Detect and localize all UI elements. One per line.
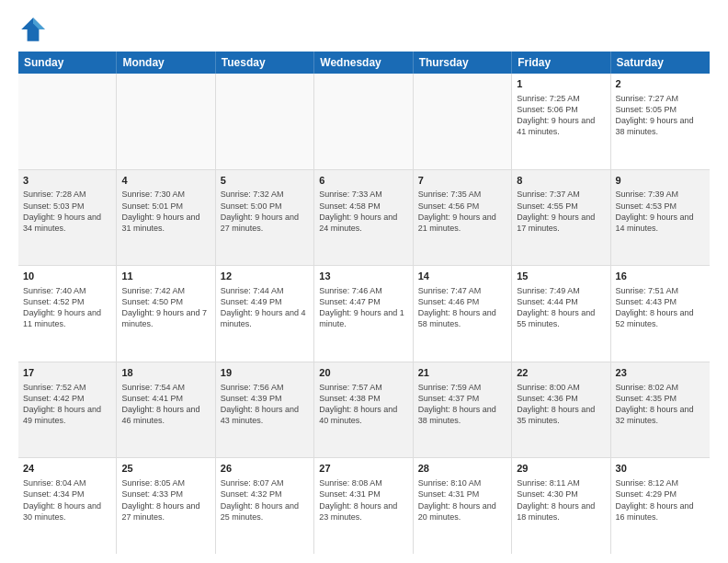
calendar-cell: 21Sunrise: 7:59 AM Sunset: 4:37 PM Dayli… (414, 362, 512, 458)
calendar-cell: 25Sunrise: 8:05 AM Sunset: 4:33 PM Dayli… (117, 458, 215, 554)
day-info: Sunrise: 7:35 AM Sunset: 4:56 PM Dayligh… (418, 190, 496, 232)
day-number: 20 (319, 366, 407, 380)
day-number: 12 (221, 270, 309, 283)
day-number: 10 (23, 270, 111, 283)
calendar-cell: 26Sunrise: 8:07 AM Sunset: 4:32 PM Dayli… (216, 458, 314, 554)
calendar-cell: 17Sunrise: 7:52 AM Sunset: 4:42 PM Dayli… (18, 362, 117, 458)
calendar-cell (216, 74, 314, 169)
calendar-cell: 7Sunrise: 7:35 AM Sunset: 4:56 PM Daylig… (414, 170, 512, 266)
day-info: Sunrise: 7:27 AM Sunset: 5:05 PM Dayligh… (616, 94, 694, 136)
calendar-cell: 16Sunrise: 7:51 AM Sunset: 4:43 PM Dayli… (611, 266, 710, 362)
calendar-cell: 18Sunrise: 7:54 AM Sunset: 4:41 PM Dayli… (117, 362, 215, 458)
day-number: 6 (319, 174, 407, 188)
day-number: 21 (418, 366, 506, 380)
day-info: Sunrise: 8:10 AM Sunset: 4:31 PM Dayligh… (418, 478, 496, 521)
day-number: 28 (418, 462, 506, 476)
day-number: 8 (517, 174, 605, 188)
calendar-row: 1Sunrise: 7:25 AM Sunset: 5:06 PM Daylig… (18, 74, 710, 170)
calendar-cell: 24Sunrise: 8:04 AM Sunset: 4:34 PM Dayli… (18, 458, 117, 554)
weekday-header: Thursday (414, 52, 512, 74)
calendar-cell: 8Sunrise: 7:37 AM Sunset: 4:55 PM Daylig… (512, 170, 610, 266)
calendar-cell: 30Sunrise: 8:12 AM Sunset: 4:29 PM Dayli… (611, 458, 710, 554)
day-info: Sunrise: 8:04 AM Sunset: 4:34 PM Dayligh… (23, 478, 101, 521)
weekday-header: Tuesday (216, 52, 314, 74)
day-number: 18 (121, 366, 210, 380)
calendar-cell: 22Sunrise: 8:00 AM Sunset: 4:36 PM Dayli… (512, 362, 610, 458)
day-info: Sunrise: 7:59 AM Sunset: 4:37 PM Dayligh… (418, 383, 496, 425)
weekday-header: Monday (117, 52, 215, 74)
weekday-header: Saturday (611, 52, 710, 74)
day-info: Sunrise: 7:57 AM Sunset: 4:38 PM Dayligh… (319, 383, 397, 425)
day-info: Sunrise: 7:39 AM Sunset: 4:53 PM Dayligh… (616, 190, 694, 232)
weekday-header: Wednesday (314, 52, 413, 74)
page: SundayMondayTuesdayWednesdayThursdayFrid… (0, 0, 728, 563)
day-info: Sunrise: 7:51 AM Sunset: 4:43 PM Dayligh… (616, 286, 694, 328)
calendar-cell: 29Sunrise: 8:11 AM Sunset: 4:30 PM Dayli… (512, 458, 610, 554)
calendar-cell: 14Sunrise: 7:47 AM Sunset: 4:46 PM Dayli… (414, 266, 512, 362)
day-number: 7 (418, 174, 506, 188)
calendar: SundayMondayTuesdayWednesdayThursdayFrid… (18, 52, 710, 554)
calendar-cell: 10Sunrise: 7:40 AM Sunset: 4:52 PM Dayli… (18, 266, 117, 362)
day-number: 16 (616, 270, 705, 283)
day-info: Sunrise: 8:07 AM Sunset: 4:32 PM Dayligh… (221, 478, 299, 521)
day-info: Sunrise: 7:54 AM Sunset: 4:41 PM Dayligh… (121, 383, 199, 425)
logo (18, 15, 51, 44)
calendar-cell: 19Sunrise: 7:56 AM Sunset: 4:39 PM Dayli… (216, 362, 314, 458)
day-info: Sunrise: 7:25 AM Sunset: 5:06 PM Dayligh… (517, 94, 595, 136)
day-number: 11 (121, 270, 210, 283)
day-number: 25 (121, 462, 210, 476)
day-info: Sunrise: 7:32 AM Sunset: 5:00 PM Dayligh… (221, 190, 299, 232)
day-number: 5 (221, 174, 309, 188)
day-number: 13 (319, 270, 407, 283)
calendar-cell: 27Sunrise: 8:08 AM Sunset: 4:31 PM Dayli… (314, 458, 413, 554)
day-info: Sunrise: 8:02 AM Sunset: 4:35 PM Dayligh… (616, 383, 694, 425)
calendar-cell: 23Sunrise: 8:02 AM Sunset: 4:35 PM Dayli… (611, 362, 710, 458)
calendar-cell: 20Sunrise: 7:57 AM Sunset: 4:38 PM Dayli… (314, 362, 413, 458)
day-info: Sunrise: 8:12 AM Sunset: 4:29 PM Dayligh… (616, 478, 694, 521)
calendar-cell: 15Sunrise: 7:49 AM Sunset: 4:44 PM Dayli… (512, 266, 610, 362)
calendar-cell: 13Sunrise: 7:46 AM Sunset: 4:47 PM Dayli… (314, 266, 413, 362)
day-info: Sunrise: 8:00 AM Sunset: 4:36 PM Dayligh… (517, 383, 595, 425)
day-number: 3 (23, 174, 111, 188)
day-info: Sunrise: 7:52 AM Sunset: 4:42 PM Dayligh… (23, 383, 101, 425)
day-info: Sunrise: 8:11 AM Sunset: 4:30 PM Dayligh… (517, 478, 595, 521)
calendar-cell: 28Sunrise: 8:10 AM Sunset: 4:31 PM Dayli… (414, 458, 512, 554)
day-number: 17 (23, 366, 111, 380)
day-number: 24 (23, 462, 111, 476)
day-number: 1 (517, 77, 605, 91)
day-number: 15 (517, 270, 605, 283)
day-info: Sunrise: 7:33 AM Sunset: 4:58 PM Dayligh… (319, 190, 397, 232)
weekday-header: Sunday (18, 52, 117, 74)
calendar-row: 17Sunrise: 7:52 AM Sunset: 4:42 PM Dayli… (18, 362, 710, 459)
calendar-row: 10Sunrise: 7:40 AM Sunset: 4:52 PM Dayli… (18, 266, 710, 362)
day-number: 29 (517, 462, 605, 476)
day-info: Sunrise: 7:30 AM Sunset: 5:01 PM Dayligh… (121, 190, 199, 232)
day-info: Sunrise: 7:49 AM Sunset: 4:44 PM Dayligh… (517, 286, 595, 328)
calendar-row: 24Sunrise: 8:04 AM Sunset: 4:34 PM Dayli… (18, 458, 710, 554)
calendar-cell: 1Sunrise: 7:25 AM Sunset: 5:06 PM Daylig… (512, 74, 610, 169)
calendar-cell: 9Sunrise: 7:39 AM Sunset: 4:53 PM Daylig… (611, 170, 710, 266)
day-number: 30 (616, 462, 705, 476)
calendar-cell: 5Sunrise: 7:32 AM Sunset: 5:00 PM Daylig… (216, 170, 314, 266)
calendar-header: SundayMondayTuesdayWednesdayThursdayFrid… (18, 52, 710, 74)
day-info: Sunrise: 8:05 AM Sunset: 4:33 PM Dayligh… (121, 478, 199, 521)
calendar-cell: 6Sunrise: 7:33 AM Sunset: 4:58 PM Daylig… (314, 170, 413, 266)
day-info: Sunrise: 7:28 AM Sunset: 5:03 PM Dayligh… (23, 190, 101, 232)
day-number: 9 (616, 174, 705, 188)
day-info: Sunrise: 7:40 AM Sunset: 4:52 PM Dayligh… (23, 286, 101, 328)
day-number: 14 (418, 270, 506, 283)
calendar-body: 1Sunrise: 7:25 AM Sunset: 5:06 PM Daylig… (18, 74, 710, 554)
day-info: Sunrise: 7:56 AM Sunset: 4:39 PM Dayligh… (221, 383, 299, 425)
day-info: Sunrise: 8:08 AM Sunset: 4:31 PM Dayligh… (319, 478, 397, 521)
calendar-cell (18, 74, 117, 169)
day-info: Sunrise: 7:44 AM Sunset: 4:49 PM Dayligh… (221, 286, 306, 328)
day-number: 2 (616, 77, 705, 91)
day-number: 4 (121, 174, 210, 188)
calendar-cell: 12Sunrise: 7:44 AM Sunset: 4:49 PM Dayli… (216, 266, 314, 362)
day-number: 19 (221, 366, 309, 380)
calendar-cell: 2Sunrise: 7:27 AM Sunset: 5:05 PM Daylig… (611, 74, 710, 169)
day-number: 23 (616, 366, 705, 380)
logo-icon (18, 15, 48, 44)
calendar-cell: 3Sunrise: 7:28 AM Sunset: 5:03 PM Daylig… (18, 170, 117, 266)
calendar-cell (117, 74, 215, 169)
